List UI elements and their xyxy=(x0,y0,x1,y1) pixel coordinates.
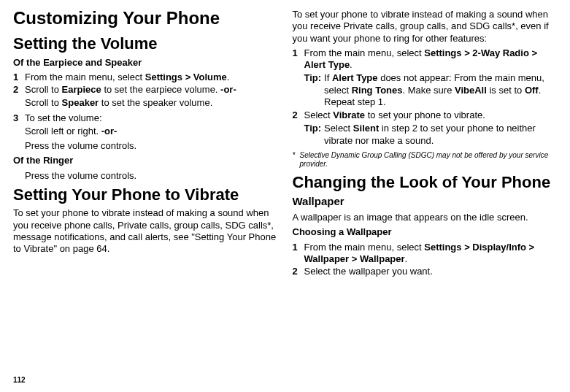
list-number: 2 xyxy=(293,109,304,121)
body-text: Press the volume controls. xyxy=(25,170,280,182)
right-column: To set your phone to vibrate instead of … xyxy=(293,7,559,278)
text: . xyxy=(350,59,353,70)
list-text: Select Vibrate to set your phone to vibr… xyxy=(304,109,559,121)
page-title: Customizing Your Phone xyxy=(13,7,280,29)
subheading-choosing-wallpaper: Choosing a Wallpaper xyxy=(293,226,559,238)
body-text: To set your phone to vibrate instead of … xyxy=(13,207,280,255)
bold-text: Silent xyxy=(353,123,379,134)
text: If xyxy=(324,72,332,83)
list-text: Select the wallpaper you want. xyxy=(304,266,559,277)
text: From the main menu, select xyxy=(25,72,145,82)
list-number: 1 xyxy=(13,72,25,83)
bold-text: Alert Type xyxy=(332,72,378,83)
tip: Tip: Select Silent in step 2 to set your… xyxy=(304,123,559,147)
text: From the main menu, select xyxy=(304,242,425,253)
text: is set to xyxy=(487,85,525,96)
list-text: Scroll to Earpiece to set the earpiece v… xyxy=(25,84,280,96)
text: Scroll left or right. xyxy=(25,126,101,137)
bold-text: Settings > Volume xyxy=(145,72,227,82)
text: Scroll to xyxy=(25,97,62,108)
list-number: 3 xyxy=(13,112,25,124)
subheading-earpiece-speaker: Of the Earpiece and Speaker xyxy=(13,57,280,69)
tip-text: If Alert Type does not appear: From the … xyxy=(324,72,558,108)
list-text: To set the volume: xyxy=(25,112,280,124)
list-text: From the main menu, select Settings > Di… xyxy=(304,242,559,266)
text: Select xyxy=(304,109,334,120)
list-number: 1 xyxy=(293,47,304,72)
bold-text: VibeAll xyxy=(455,85,487,96)
list-item: 3 To set the volume: xyxy=(13,112,280,124)
footnote-mark: * xyxy=(293,151,300,169)
list-number: 2 xyxy=(13,84,25,96)
text: Select xyxy=(324,123,353,134)
tip: Tip: If Alert Type does not appear: From… xyxy=(304,72,559,108)
list-continuation: Scroll left or right. -or- xyxy=(25,126,280,137)
section-heading-look: Changing the Look of Your Phone xyxy=(293,172,559,193)
bold-text: Vibrate xyxy=(333,109,365,120)
section-heading-volume: Setting the Volume xyxy=(13,34,280,54)
text: Scroll to xyxy=(25,84,62,95)
bold-text: Speaker xyxy=(62,97,99,108)
text: to set your phone to vibrate. xyxy=(365,109,485,120)
tip-label: Tip: xyxy=(304,72,322,108)
subheading-ringer: Of the Ringer xyxy=(13,155,280,166)
bold-text: Off xyxy=(525,85,539,96)
bold-text: Ring Tones xyxy=(352,85,403,96)
section-heading-vibrate: Setting Your Phone to Vibrate xyxy=(13,185,280,205)
tip-text: Select Silent in step 2 to set your phon… xyxy=(324,123,558,147)
body-text: To set your phone to vibrate instead of … xyxy=(293,9,559,45)
text: to set the speaker volume. xyxy=(99,97,212,108)
footnote: * Selective Dynamic Group Calling (SDGC)… xyxy=(293,151,559,169)
text: From the main menu, select xyxy=(304,47,425,58)
footnote-text: Selective Dynamic Group Calling (SDGC) m… xyxy=(300,151,559,169)
text: . Make sure xyxy=(402,85,455,96)
list-continuation: Scroll to Speaker to set the speaker vol… xyxy=(25,97,280,109)
list-number: 1 xyxy=(293,242,304,266)
tip-label: Tip: xyxy=(304,123,322,147)
list-item: 2 Scroll to Earpiece to set the earpiece… xyxy=(13,84,280,96)
text: to set the earpiece volume. xyxy=(101,84,220,95)
list-text: From the main menu, select Settings > 2-… xyxy=(304,47,559,72)
list-item: 1 From the main menu, select Settings > … xyxy=(293,242,559,266)
list-continuation: Press the volume controls. xyxy=(25,140,280,152)
page-number: 112 xyxy=(13,376,26,385)
list-item: 1 From the main menu, select Settings > … xyxy=(13,72,280,83)
subsection-heading-wallpaper: Wallpaper xyxy=(293,195,559,209)
text: . xyxy=(227,72,230,82)
body-text: A wallpaper is an image that appears on … xyxy=(293,212,559,223)
text: . xyxy=(405,253,408,264)
list-text: From the main menu, select Settings > Vo… xyxy=(25,72,280,83)
bold-text: Earpiece xyxy=(62,84,101,95)
list-item: 1 From the main menu, select Settings > … xyxy=(293,47,559,72)
bold-text: -or- xyxy=(101,126,118,137)
list-number: 2 xyxy=(293,266,304,277)
left-column: Customizing Your Phone Setting the Volum… xyxy=(13,7,280,278)
bold-text: -or- xyxy=(220,84,236,95)
list-item: 2 Select the wallpaper you want. xyxy=(293,266,559,277)
list-item: 2 Select Vibrate to set your phone to vi… xyxy=(293,109,559,121)
